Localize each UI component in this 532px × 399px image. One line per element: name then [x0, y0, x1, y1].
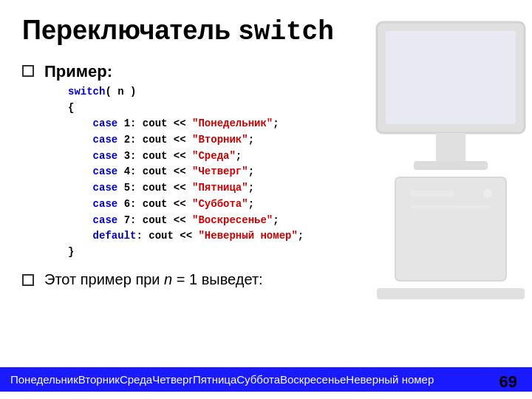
- bottom-output-bar: ПонедельникВторникСредаЧетвергПятницаСуб…: [0, 367, 532, 392]
- slide: Переключатель switch Пример: switch( n )…: [0, 0, 532, 399]
- bullet2-var: n: [164, 271, 172, 287]
- code-case-7: case 7: cout << "Воскресенье";: [68, 213, 304, 229]
- code-case-3: case 3: cout << "Среда";: [68, 149, 304, 165]
- bottom-output-text: ПонедельникВторникСредаЧетвергПятницаСуб…: [10, 373, 434, 386]
- code-line-open: {: [68, 100, 304, 117]
- page-number: 69: [499, 372, 517, 392]
- code-case-5: case 5: cout << "Пятница";: [68, 180, 304, 197]
- code-block: switch( n ) { case 1: cout << "Понедельн…: [68, 84, 304, 261]
- svg-rect-8: [377, 288, 525, 299]
- code-case-4: case 4: cout << "Четверг";: [68, 164, 304, 180]
- bullet1-checkbox: [22, 65, 34, 77]
- code-case-1: case 1: cout << "Понедельник";: [68, 116, 304, 132]
- bullet2-item: Этот пример при n = 1 выведет:: [22, 271, 510, 288]
- code-line-close: }: [68, 245, 304, 261]
- bullet2-label: Этот пример при n = 1 выведет:: [44, 271, 263, 288]
- code-case-6: case 6: cout << "Суббота";: [68, 197, 304, 213]
- title-keyword: switch: [238, 17, 334, 47]
- bullet2-rest: = 1 выведет:: [172, 271, 262, 287]
- bullet2-prefix: Этот пример при: [44, 271, 164, 287]
- code-case-2: case 2: cout << "Вторник";: [68, 132, 304, 149]
- bullet1-item: Пример: switch( n ) { case 1: cout << "П…: [22, 62, 510, 261]
- bullet2-checkbox: [22, 274, 34, 286]
- content: Переключатель switch Пример: switch( n )…: [22, 15, 510, 288]
- code-default: default: cout << "Неверный номер";: [68, 228, 304, 245]
- slide-title: Переключатель switch: [22, 15, 510, 47]
- code-line-switch: switch( n ): [68, 84, 304, 100]
- title-prefix: Переключатель: [22, 15, 238, 45]
- bullet1-content: Пример: switch( n ) { case 1: cout << "П…: [44, 62, 304, 261]
- bullet1-label: Пример:: [44, 62, 112, 81]
